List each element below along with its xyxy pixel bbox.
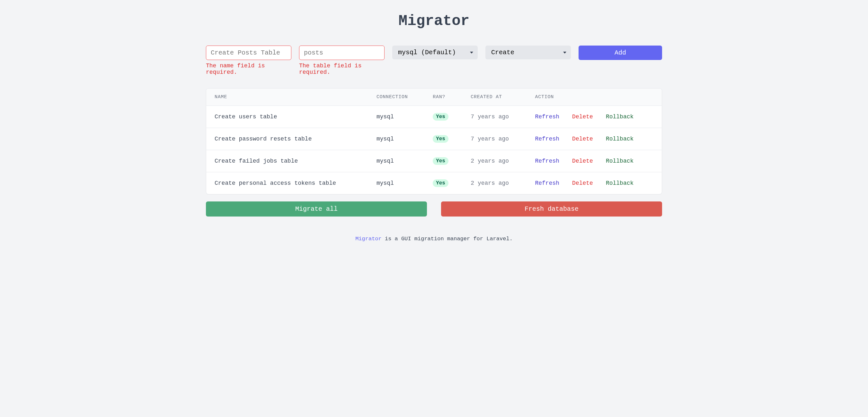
rollback-link[interactable]: Rollback — [606, 158, 633, 164]
rollback-link[interactable]: Rollback — [606, 180, 633, 186]
cell-connection: mysql — [368, 150, 424, 172]
refresh-link[interactable]: Refresh — [535, 136, 559, 142]
bulk-actions-row: Migrate all Fresh database — [206, 202, 662, 216]
cell-created-at: 2 years ago — [462, 150, 527, 172]
delete-link[interactable]: Delete — [572, 136, 593, 142]
cell-name: Create failed jobs table — [206, 150, 368, 172]
cell-created-at: 7 years ago — [462, 128, 527, 150]
type-select[interactable]: Create — [486, 45, 571, 59]
cell-action: RefreshDeleteRollback — [527, 150, 662, 172]
col-header-action: ACTION — [527, 89, 662, 106]
refresh-link[interactable]: Refresh — [535, 158, 559, 164]
ran-badge: Yes — [433, 113, 448, 120]
cell-created-at: 2 years ago — [462, 172, 527, 195]
table-row: Create password resets tablemysqlYes7 ye… — [206, 128, 662, 150]
table-row: Create personal access tokens tablemysql… — [206, 172, 662, 195]
cell-action: RefreshDeleteRollback — [527, 128, 662, 150]
table-error-message: The table field is required. — [299, 63, 384, 75]
migrations-table: NAME CONNECTION RAN? CREATED AT ACTION C… — [206, 89, 662, 194]
migrate-all-button[interactable]: Migrate all — [206, 202, 427, 216]
table-input[interactable] — [299, 45, 384, 60]
fresh-database-button[interactable]: Fresh database — [441, 202, 662, 216]
col-header-connection: CONNECTION — [368, 89, 424, 106]
footer-link[interactable]: Migrator — [355, 236, 382, 242]
cell-ran: Yes — [424, 172, 462, 195]
table-row: Create failed jobs tablemysqlYes2 years … — [206, 150, 662, 172]
table-field-group: The table field is required. — [299, 45, 384, 75]
cell-name: Create password resets table — [206, 128, 368, 150]
cell-ran: Yes — [424, 106, 462, 128]
delete-link[interactable]: Delete — [572, 158, 593, 164]
cell-name: Create personal access tokens table — [206, 172, 368, 195]
add-button[interactable]: Add — [579, 45, 662, 60]
footer: Migrator is a GUI migration manager for … — [206, 236, 662, 242]
delete-link[interactable]: Delete — [572, 113, 593, 120]
footer-text: is a GUI migration manager for Laravel. — [382, 236, 513, 242]
connection-select[interactable]: mysql (Default) — [392, 45, 478, 59]
table-row: Create users tablemysqlYes7 years agoRef… — [206, 106, 662, 128]
cell-ran: Yes — [424, 150, 462, 172]
name-field-group: The name field is required. — [206, 45, 291, 75]
name-input[interactable] — [206, 45, 291, 60]
rollback-link[interactable]: Rollback — [606, 136, 633, 142]
cell-name: Create users table — [206, 106, 368, 128]
cell-connection: mysql — [368, 128, 424, 150]
cell-connection: mysql — [368, 106, 424, 128]
col-header-ran: RAN? — [424, 89, 462, 106]
ran-badge: Yes — [433, 135, 448, 143]
refresh-link[interactable]: Refresh — [535, 180, 559, 186]
migrations-table-card: NAME CONNECTION RAN? CREATED AT ACTION C… — [206, 88, 662, 195]
name-error-message: The name field is required. — [206, 63, 291, 75]
ran-badge: Yes — [433, 157, 448, 165]
delete-link[interactable]: Delete — [572, 180, 593, 186]
type-select-wrap: Create — [486, 45, 571, 59]
cell-connection: mysql — [368, 172, 424, 195]
page-title: Migrator — [206, 13, 662, 30]
rollback-link[interactable]: Rollback — [606, 113, 633, 120]
connection-select-wrap: mysql (Default) — [392, 45, 478, 59]
create-migration-form: The name field is required. The table fi… — [206, 45, 662, 75]
ran-badge: Yes — [433, 179, 448, 187]
cell-action: RefreshDeleteRollback — [527, 172, 662, 195]
cell-created-at: 7 years ago — [462, 106, 527, 128]
col-header-created-at: CREATED AT — [462, 89, 527, 106]
refresh-link[interactable]: Refresh — [535, 113, 559, 120]
col-header-name: NAME — [206, 89, 368, 106]
cell-ran: Yes — [424, 128, 462, 150]
cell-action: RefreshDeleteRollback — [527, 106, 662, 128]
